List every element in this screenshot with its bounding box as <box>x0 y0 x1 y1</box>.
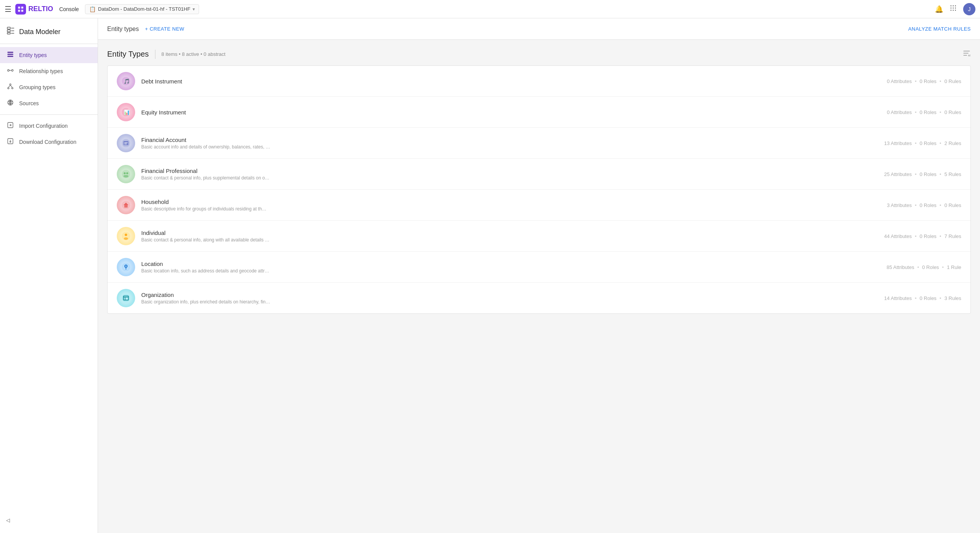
entity-row-financial-professional[interactable]: Financial ProfessionalBasic contact & pe… <box>108 159 970 190</box>
entity-rules-household: 0 Rules <box>944 202 961 208</box>
stat-dot-2: • <box>939 202 941 208</box>
apps-grid-icon[interactable] <box>949 4 957 14</box>
entity-desc-financial-account: Basic account info and details of owners… <box>141 144 302 150</box>
content-area: Entity types + CREATE NEW ANALYZE MATCH … <box>98 18 980 533</box>
entity-icon-household <box>117 196 135 214</box>
entity-roles-individual: 0 Roles <box>920 233 936 239</box>
analyze-match-rules-button[interactable]: ANALYZE MATCH RULES <box>908 26 971 32</box>
entity-attributes-organization: 14 Attributes <box>884 295 911 301</box>
menu-icon[interactable]: ☰ <box>5 5 11 14</box>
sidebar-item-grouping-types[interactable]: Grouping types <box>0 79 98 95</box>
entity-attributes-equity-instrument: 0 Attributes <box>887 109 912 115</box>
entity-attributes-location: 85 Attributes <box>887 264 914 270</box>
stat-dot-1: • <box>915 78 917 84</box>
svg-rect-0 <box>18 7 20 8</box>
sources-label: Sources <box>19 100 39 106</box>
entity-name-financial-account: Financial Account <box>141 137 884 143</box>
svg-point-7 <box>951 8 952 9</box>
entity-attributes-debt-instrument: 0 Attributes <box>887 78 912 84</box>
svg-rect-13 <box>7 27 10 29</box>
sidebar-item-entity-types[interactable]: Entity types <box>0 47 98 63</box>
entity-row-debt-instrument[interactable]: 🎵Debt Instrument 0 Attributes • 0 Roles … <box>108 66 970 97</box>
entity-roles-financial-account: 0 Roles <box>920 140 936 146</box>
bell-icon[interactable]: 🔔 <box>935 5 943 13</box>
entity-icon-financial-professional <box>117 165 135 183</box>
entity-desc-household: Basic descriptive info for groups of ind… <box>141 206 302 212</box>
breadcrumb[interactable]: 📋 DataDom - DataDom-tst-01-hf - TST01HF … <box>85 4 199 14</box>
svg-rect-47 <box>124 141 129 145</box>
entity-attributes-household: 3 Attributes <box>887 202 912 208</box>
sources-icon <box>6 99 15 108</box>
svg-rect-14 <box>7 30 10 32</box>
section-title: Entity Types <box>107 50 149 59</box>
sidebar-item-sources[interactable]: Sources <box>0 95 98 111</box>
entity-row-equity-instrument[interactable]: 📊Equity Instrument 0 Attributes • 0 Role… <box>108 97 970 128</box>
entity-desc-financial-professional: Basic contact & personal info, plus supp… <box>141 175 302 181</box>
svg-point-53 <box>124 175 129 178</box>
stat-dot-2: • <box>939 295 941 301</box>
svg-point-27 <box>11 88 13 89</box>
sort-icon[interactable]: az <box>962 49 971 59</box>
sidebar-divider <box>0 114 98 115</box>
entity-icon-organization <box>117 289 135 307</box>
entity-rules-financial-professional: 5 Rules <box>944 171 961 177</box>
entity-icon-individual <box>117 227 135 245</box>
content-title: Entity types <box>107 26 139 33</box>
entity-types-icon <box>6 51 15 59</box>
entity-rules-equity-instrument: 0 Rules <box>944 109 961 115</box>
topbar: ☰ RELTIO Console 📋 DataDom - DataDom-tst… <box>0 0 980 18</box>
stat-dot-2: • <box>939 109 941 115</box>
entity-row-organization[interactable]: OrganizationBasic organization info, plu… <box>108 283 970 313</box>
svg-point-51 <box>124 172 126 174</box>
entity-roles-debt-instrument: 0 Roles <box>920 78 936 84</box>
entity-name-organization: Organization <box>141 292 884 298</box>
stat-dot-2: • <box>939 171 941 177</box>
entity-list: 🎵Debt Instrument 0 Attributes • 0 Roles … <box>107 65 971 314</box>
svg-point-6 <box>955 5 956 6</box>
entity-rules-location: 1 Rule <box>947 264 961 270</box>
svg-point-8 <box>953 8 954 9</box>
entity-info-financial-account: Financial AccountBasic account info and … <box>141 137 884 150</box>
sidebar-title: Data Modeler <box>19 28 60 36</box>
entity-info-household: HouseholdBasic descriptive info for grou… <box>141 199 887 212</box>
download-config-label: Download Configuration <box>19 139 76 145</box>
svg-point-60 <box>122 263 130 271</box>
entity-rules-financial-account: 2 Rules <box>944 140 961 146</box>
sidebar-item-download-configuration[interactable]: Download Configuration <box>0 134 98 150</box>
breadcrumb-doc-icon: 📋 <box>89 6 96 12</box>
svg-rect-15 <box>7 33 10 34</box>
entity-stats-individual: 44 Attributes • 0 Roles • 7 Rules <box>884 233 961 239</box>
content-header: Entity types + CREATE NEW ANALYZE MATCH … <box>98 18 980 40</box>
stat-dot-1: • <box>915 171 917 177</box>
entity-row-household[interactable]: HouseholdBasic descriptive info for grou… <box>108 190 970 221</box>
stat-dot-1: • <box>915 233 917 239</box>
sidebar-item-import-configuration[interactable]: Import Configuration <box>0 118 98 134</box>
entity-info-debt-instrument: Debt Instrument <box>141 78 887 85</box>
entity-roles-equity-instrument: 0 Roles <box>920 109 936 115</box>
stat-dot-1: • <box>915 295 917 301</box>
svg-rect-19 <box>8 52 13 53</box>
svg-rect-2 <box>18 10 20 11</box>
sidebar-collapse-icon: ◁ <box>6 517 10 523</box>
svg-point-64 <box>122 294 130 302</box>
entity-icon-location <box>117 258 135 276</box>
entity-row-financial-account[interactable]: Financial AccountBasic account info and … <box>108 128 970 159</box>
import-config-label: Import Configuration <box>19 123 68 129</box>
svg-point-59 <box>124 237 128 240</box>
sidebar-item-relationship-types[interactable]: Relationship types <box>0 63 98 79</box>
stat-dot-1: • <box>917 264 919 270</box>
entity-stats-organization: 14 Attributes • 0 Roles • 3 Rules <box>884 295 961 301</box>
sidebar-collapse-button[interactable]: ◁ <box>0 513 98 527</box>
sidebar-navigation: Entity types Relationship types <box>0 44 98 533</box>
user-avatar[interactable]: J <box>963 3 975 15</box>
svg-line-29 <box>10 85 12 88</box>
entity-stats-equity-instrument: 0 Attributes • 0 Roles • 0 Rules <box>887 109 961 115</box>
entity-row-location[interactable]: LocationBasic location info, such as add… <box>108 252 970 283</box>
entity-info-financial-professional: Financial ProfessionalBasic contact & pe… <box>141 168 884 181</box>
entity-types-label: Entity types <box>19 52 47 58</box>
entity-roles-location: 0 Roles <box>922 264 939 270</box>
entity-roles-household: 0 Roles <box>920 202 936 208</box>
entity-row-individual[interactable]: IndividualBasic contact & personal info,… <box>108 221 970 252</box>
create-new-button[interactable]: + CREATE NEW <box>145 26 185 32</box>
entity-desc-location: Basic location info, such as address det… <box>141 268 302 274</box>
